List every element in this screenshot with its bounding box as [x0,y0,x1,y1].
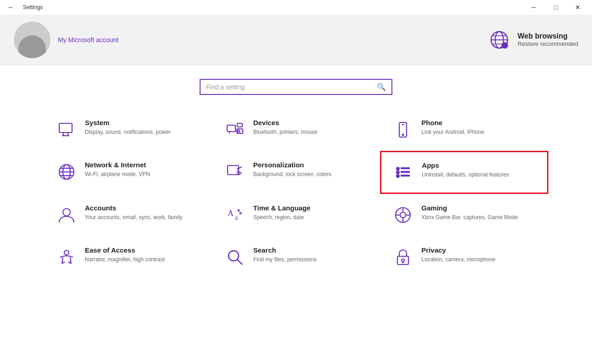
ease-text: Ease of Access Narrator, magnifier, high… [85,246,200,264]
web-info: Web browsing Restore recommended [518,32,578,47]
back-button[interactable]: ← [4,1,18,13]
phone-text: Phone Link your Android, iPhone [421,119,536,136]
search-box: 🔍 [200,79,392,95]
search-setting-desc: Find my files, permissions [253,256,369,264]
time-text: Time & Language Speech, region, date [253,204,369,221]
svg-point-36 [63,209,70,216]
settings-item-ease[interactable]: Ease of Access Narrator, magnifier, high… [44,236,212,278]
ease-desc: Narrator, magnifier, high contrast [85,256,200,264]
search-input[interactable] [206,83,377,91]
accounts-desc: Your accounts, email, sync, work, family [85,214,200,221]
search-setting-icon [224,246,246,268]
devices-icon [224,119,246,141]
apps-icon [392,161,414,183]
svg-point-45 [64,250,69,255]
settings-item-apps[interactable]: Apps Uninstall, defaults, optional featu… [380,151,548,194]
settings-item-network[interactable]: Network & Internet Wi-Fi, airplane mode,… [44,151,212,194]
minimize-button[interactable]: ─ [523,0,544,15]
network-icon [56,161,78,183]
search-container: 🔍 [18,79,574,95]
svg-point-5 [502,42,508,49]
devices-text: Devices Bluetooth, printers, mouse [253,119,369,136]
apps-name: Apps [422,161,536,169]
gaming-name: Gaming [421,204,536,212]
maximize-button[interactable]: □ [545,0,566,15]
svg-point-17 [402,134,404,136]
personalization-name: Personalization [253,161,369,169]
svg-point-30 [397,171,399,174]
apps-desc: Uninstall, defaults, optional features [422,171,536,179]
web-browsing-title: Web browsing [518,32,578,40]
privacy-name: Privacy [421,246,536,254]
microsoft-account-link[interactable]: My Microsoft account [58,36,118,44]
settings-item-time[interactable]: A a Time & Language Speech, region, date [212,194,380,236]
svg-line-47 [237,259,242,265]
network-desc: Wi-Fi, airplane mode, VPN [85,171,200,178]
phone-icon [392,119,414,141]
settings-item-phone[interactable]: Phone Link your Android, iPhone [380,109,548,151]
accounts-icon [56,204,78,226]
svg-point-13 [237,130,240,132]
web-browsing-icon [488,29,510,51]
ease-name: Ease of Access [85,246,200,254]
devices-desc: Bluetooth, printers, mouse [253,128,369,136]
svg-line-24 [237,167,242,169]
phone-desc: Link your Android, iPhone [421,128,536,136]
gaming-icon [392,204,414,226]
avatar-silhouette [18,35,46,58]
title-bar: ← Settings ─ □ ✕ [0,0,592,15]
settings-item-system[interactable]: System Display, sound, notifications, po… [44,109,212,151]
settings-item-personalization[interactable]: Personalization Background, lock screen,… [212,151,380,194]
settings-grid: System Display, sound, notifications, po… [44,109,548,278]
phone-name: Phone [421,119,536,127]
privacy-icon [392,246,414,268]
svg-text:A: A [228,209,234,218]
window-title: Settings [23,4,43,11]
accounts-name: Accounts [85,204,200,212]
banner-right: Web browsing Restore recommended [488,29,578,51]
banner-left: My Microsoft account [14,22,488,58]
privacy-text: Privacy Location, camera, microphone [421,246,536,264]
apps-text: Apps Uninstall, defaults, optional featu… [422,161,536,179]
window-controls: ─ □ ✕ [523,0,588,15]
svg-point-46 [229,251,239,261]
personalization-text: Personalization Background, lock screen,… [253,161,369,178]
privacy-desc: Location, camera, microphone [421,256,536,264]
svg-text:a: a [235,214,238,221]
svg-rect-6 [59,123,72,132]
ease-icon [56,246,78,268]
gaming-text: Gaming Xbox Game Bar, captures, Game Mod… [421,204,536,221]
time-name: Time & Language [253,204,369,212]
web-browsing-subtitle: Restore recommended [518,40,578,47]
accounts-text: Accounts Your accounts, email, sync, wor… [85,204,200,221]
settings-item-gaming[interactable]: Gaming Xbox Game Bar, captures, Game Mod… [380,194,548,236]
avatar [14,22,50,58]
title-bar-left: ← Settings [4,1,43,13]
search-setting-text: Search Find my files, permissions [253,246,369,264]
system-desc: Display, sound, notifications, power [85,128,200,136]
settings-item-privacy[interactable]: Privacy Location, camera, microphone [380,236,548,278]
svg-point-49 [402,259,404,262]
svg-point-40 [400,212,406,218]
search-setting-name: Search [253,246,369,254]
system-name: System [85,119,200,127]
network-name: Network & Internet [85,161,200,169]
network-text: Network & Internet Wi-Fi, airplane mode,… [85,161,200,178]
svg-rect-11 [237,123,242,127]
time-icon: A a [224,204,246,226]
close-button[interactable]: ✕ [567,0,588,15]
time-desc: Speech, region, date [253,214,369,221]
system-text: System Display, sound, notifications, po… [85,119,200,136]
svg-point-27 [397,167,399,170]
main-content: 🔍 System Display, sound, notifications, … [0,65,592,287]
svg-rect-10 [227,125,235,132]
system-icon [56,119,78,141]
settings-item-devices[interactable]: Devices Bluetooth, printers, mouse [212,109,380,151]
personalization-desc: Background, lock screen, colors [253,171,369,178]
gaming-desc: Xbox Game Bar, captures, Game Mode [421,214,536,221]
svg-point-33 [397,175,399,177]
top-banner: My Microsoft account Web browsing Restor… [0,15,592,65]
settings-item-search[interactable]: Search Find my files, permissions [212,236,380,278]
personalization-icon [224,161,246,183]
settings-item-accounts[interactable]: Accounts Your accounts, email, sync, wor… [44,194,212,236]
